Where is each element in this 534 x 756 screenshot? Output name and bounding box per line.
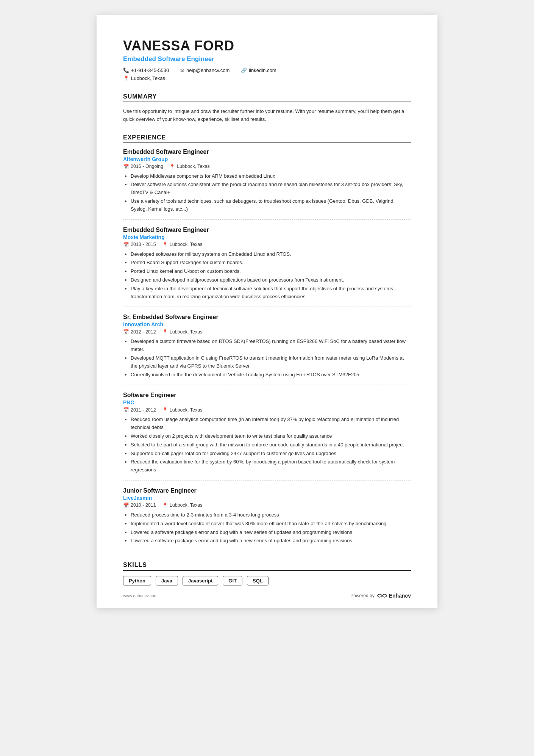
bullets-1: Developed softwares for military systems…: [123, 250, 411, 301]
pin-icon-4: 📍: [162, 502, 168, 508]
period-1: 📅 2013 - 2015: [123, 242, 156, 247]
location-icon: 📍: [123, 75, 129, 81]
skill-0: Python: [123, 576, 151, 585]
exp-entry-4: Junior Software Engineer LiveJasmin 📅 20…: [123, 487, 411, 551]
email-icon: ✉: [180, 67, 184, 73]
location-2: 📍 Lubbock, Texas: [162, 329, 203, 335]
contact-row: 📞 +1-914-345-5530 ✉ help@enhancv.com 🔗 l…: [123, 67, 411, 75]
resume-page: VANESSA FORD Embedded Software Engineer …: [97, 15, 437, 608]
brand-name: Enhancv: [389, 593, 411, 599]
company-1: Moxie Marketing: [123, 234, 411, 240]
exp-entry-2: Sr. Embedded Software Engineer Innovatio…: [123, 314, 411, 385]
contact-location: 📍 Lubbock, Texas: [123, 75, 165, 81]
bullet-1-1: Ported Board Support Packages for custom…: [131, 259, 411, 267]
bullet-2-2: Currently involved in the the developmen…: [131, 371, 411, 379]
calendar-icon-4: 📅: [123, 502, 129, 508]
bullet-2-0: Developed a custom firmware based on RTO…: [131, 338, 411, 354]
location-3: 📍 Lubbock, Texas: [162, 407, 203, 413]
bullet-3-4: Reduced the evaluation time for the syst…: [131, 458, 411, 474]
skills-section: SKILLS Python Java Javascript GIT SQL: [123, 562, 411, 585]
skills-row: Python Java Javascript GIT SQL: [123, 576, 411, 585]
bullet-4-1: Implemented a word-level constraint solv…: [131, 520, 411, 528]
bullet-2-1: Developed MQTT application in C using Fr…: [131, 354, 411, 370]
experience-section: EXPERIENCE Embedded Software Engineer Al…: [123, 134, 411, 551]
bullet-3-0: Reduced room usage analytics computation…: [131, 416, 411, 432]
pin-icon-3: 📍: [162, 407, 168, 413]
bullets-0: Develop Middleware components for ARM ba…: [123, 172, 411, 213]
pin-icon-1: 📍: [162, 242, 168, 247]
bullet-0-1: Deliver software solutions consistent wi…: [131, 181, 411, 197]
skill-3: GIT: [223, 576, 242, 585]
bullet-3-2: Selected to be part of a small group wit…: [131, 441, 411, 449]
pin-icon-0: 📍: [169, 164, 175, 169]
experience-title: EXPERIENCE: [123, 134, 411, 143]
contact-phone: 📞 +1-914-345-5530: [123, 67, 169, 73]
summary-section: SUMMARY Use this opportunity to intrigue…: [123, 93, 411, 124]
powered-by-label: Powered by: [350, 593, 374, 598]
skill-2: Javascript: [183, 576, 218, 585]
exp-entry-1: Embedded Software Engineer Moxie Marketi…: [123, 227, 411, 307]
calendar-icon-3: 📅: [123, 407, 129, 413]
job-title-2: Sr. Embedded Software Engineer: [123, 314, 411, 321]
job-title-1: Embedded Software Engineer: [123, 227, 411, 233]
exp-entry-0: Embedded Software Engineer Altenwerth Gr…: [123, 149, 411, 220]
job-title-4: Junior Software Engineer: [123, 487, 411, 494]
exp-meta-4: 📅 2010 - 2011 📍 Lubbock, Texas: [123, 502, 411, 508]
company-0: Altenwerth Group: [123, 156, 411, 162]
skill-1: Java: [156, 576, 178, 585]
period-2: 📅 2012 - 2012: [123, 329, 156, 335]
bullet-4-2: Lowered a software package's error and b…: [131, 529, 411, 537]
period-0: 📅 2016 - Ongoing: [123, 164, 163, 169]
exp-meta-1: 📅 2013 - 2015 📍 Lubbock, Texas: [123, 242, 411, 247]
location-0: 📍 Lubbock, Texas: [169, 164, 210, 169]
link-icon: 🔗: [241, 67, 247, 73]
exp-entry-3: Software Engineer PNC 📅 2011 - 2012 📍 Lu…: [123, 392, 411, 481]
exp-meta-0: 📅 2016 - Ongoing 📍 Lubbock, Texas: [123, 164, 411, 169]
footer: www.enhancv.com Powered by Enhancv: [123, 592, 411, 599]
job-title-3: Software Engineer: [123, 392, 411, 399]
contact-linkedin: 🔗 linkedin.com: [241, 67, 276, 73]
skills-title: SKILLS: [123, 562, 411, 571]
footer-brand: Powered by Enhancv: [350, 592, 411, 599]
bullet-1-4: Play a key role in the development of te…: [131, 285, 411, 301]
location-4: 📍 Lubbock, Texas: [162, 502, 203, 508]
bullet-1-0: Developed softwares for military systems…: [131, 250, 411, 258]
summary-title: SUMMARY: [123, 93, 411, 102]
enhancv-logo: Enhancv: [377, 592, 411, 599]
exp-meta-3: 📅 2011 - 2012 📍 Lubbock, Texas: [123, 407, 411, 413]
company-2: Innovation Arch: [123, 321, 411, 327]
pin-icon-2: 📍: [162, 329, 168, 335]
candidate-title: Embedded Software Engineer: [123, 55, 411, 63]
company-3: PNC: [123, 399, 411, 405]
period-3: 📅 2011 - 2012: [123, 407, 156, 413]
header: VANESSA FORD Embedded Software Engineer …: [123, 38, 411, 83]
candidate-name: VANESSA FORD: [123, 38, 411, 54]
enhancv-icon: [377, 592, 387, 599]
calendar-icon-1: 📅: [123, 242, 129, 247]
bullet-0-0: Develop Middleware components for ARM ba…: [131, 172, 411, 180]
bullets-4: Reduced process time to 2-3 minutes from…: [123, 511, 411, 545]
bullets-2: Developed a custom firmware based on RTO…: [123, 338, 411, 379]
contact-row-2: 📍 Lubbock, Texas: [123, 75, 411, 83]
bullet-4-0: Reduced process time to 2-3 minutes from…: [131, 511, 411, 519]
bullet-3-3: Supported on-call pager rotation for pro…: [131, 450, 411, 458]
job-title-0: Embedded Software Engineer: [123, 149, 411, 155]
contact-email: ✉ help@enhancv.com: [180, 67, 230, 73]
bullet-1-2: Ported Linux kernel and U-boot on custom…: [131, 268, 411, 275]
bullet-1-3: Designed and developed multiprocessor ap…: [131, 276, 411, 284]
exp-meta-2: 📅 2012 - 2012 📍 Lubbock, Texas: [123, 329, 411, 335]
skill-4: SQL: [247, 576, 269, 585]
location-1: 📍 Lubbock, Texas: [162, 242, 203, 247]
bullet-0-2: Use a variety of tools and techniques, s…: [131, 197, 411, 213]
summary-text: Use this opportunity to intrigue and dra…: [123, 108, 411, 124]
calendar-icon-0: 📅: [123, 164, 129, 169]
footer-url: www.enhancv.com: [123, 593, 158, 598]
bullet-4-3: Lowered a software package's error and b…: [131, 537, 411, 545]
bullet-3-1: Worked closely on 2 projects with develo…: [131, 432, 411, 440]
bullets-3: Reduced room usage analytics computation…: [123, 416, 411, 474]
phone-icon: 📞: [123, 67, 129, 73]
calendar-icon-2: 📅: [123, 329, 129, 335]
company-4: LiveJasmin: [123, 495, 411, 501]
period-4: 📅 2010 - 2011: [123, 502, 156, 508]
